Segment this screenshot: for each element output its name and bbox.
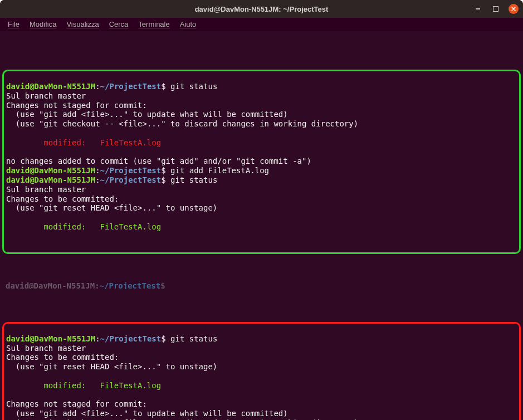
out-line: Changes not staged for commit: [6,399,147,408]
cmd-text: git status [170,175,217,184]
close-icon[interactable] [509,4,519,14]
prompt-user: david@DavMon-N551JM [6,166,95,175]
highlight-region-green: david@DavMon-N551JM:~/ProjectTest$ git s… [2,70,521,254]
titlebar[interactable]: david@DavMon-N551JM: ~/ProjectTest [0,0,523,18]
menu-modifica[interactable]: Modifica [30,20,56,28]
out-line: Changes to be committed: [6,194,119,203]
out-line: no changes added to commit (use "git add… [6,157,311,165]
menu-terminale[interactable]: Terminale [138,20,169,28]
menubar: File Modifica Visualizza Cerca Terminale… [0,18,523,31]
out-line: (use "git add <file>..." to update what … [6,409,288,418]
out-line: (use "git reset HEAD <file>..." to unsta… [6,362,217,371]
prompt-user: david@DavMon-N551JM [6,175,95,184]
cmd-text: git add FileTestA.log [170,166,269,175]
out-line: Changes to be committed: [6,353,119,362]
maximize-icon[interactable] [491,4,501,14]
terminal-output[interactable]: david@DavMon-N551JM:~/ProjectTest$ git s… [0,31,523,420]
prompt-colon: : [95,82,100,91]
out-line: Sul branch master [6,344,86,353]
cmd-text: git status [170,82,217,91]
menu-file[interactable]: File [8,20,19,28]
out-line: Changes not staged for commit: [6,101,147,110]
terminal-window: david@DavMon-N551JM: ~/ProjectTest File … [0,0,523,420]
out-line: (use "git add <file>..." to update what … [6,110,288,119]
prompt-path: ~/ProjectTest [100,166,162,175]
menu-cerca[interactable]: Cerca [109,20,129,28]
minimize-icon[interactable] [473,4,483,14]
out-line: Sul branch master [6,185,86,194]
prompt-user: david@DavMon-N551JM [6,82,95,91]
prompt-path: ~/ProjectTest [100,82,162,91]
prompt-path: ~/ProjectTest [100,334,162,343]
prompt-path: ~/ProjectTest [100,175,162,184]
out-line: (use "git reset HEAD <file>..." to unsta… [6,203,217,212]
prompt-sigil: $ [161,82,165,91]
menu-aiuto[interactable]: Aiuto [180,20,197,28]
window-title: david@DavMon-N551JM: ~/ProjectTest [195,5,329,13]
out-line: Sul branch master [6,91,86,100]
prompt-user: david@DavMon-N551JM [6,334,95,343]
cmd-text: git status [170,334,217,343]
out-modified-green: modified: FileTestA.log [6,381,161,390]
menu-visualizza[interactable]: Visualizza [66,20,99,28]
out-modified-green: modified: FileTestA.log [6,222,161,231]
window-controls [473,0,519,18]
out-line: (use "git checkout -- <file>..." to disc… [6,119,358,128]
highlight-region-red: david@DavMon-N551JM:~/ProjectTest$ git s… [2,322,521,420]
out-modified-red: modified: FileTestA.log [6,138,161,147]
clipped-prompt: david@DavMon-N551JM:~/ProjectTest$ [3,281,520,289]
